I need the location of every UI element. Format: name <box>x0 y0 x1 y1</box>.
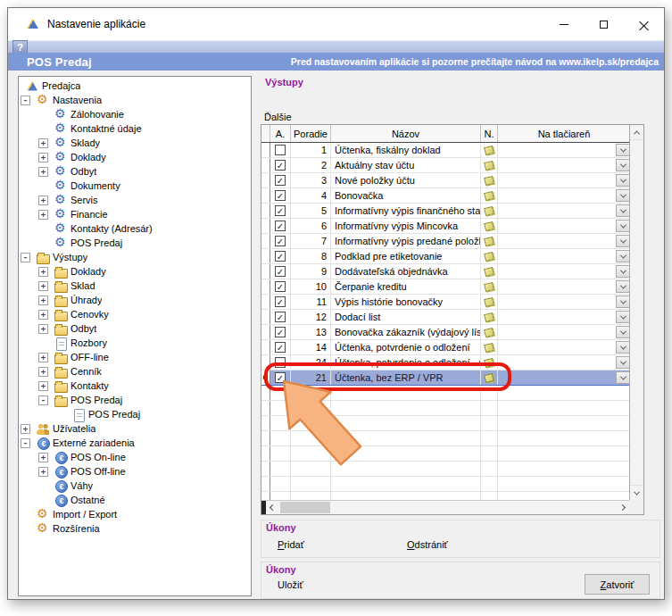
tree-item[interactable]: + POS Off-line <box>19 464 251 479</box>
tree-expander[interactable]: + <box>38 453 48 462</box>
tree-expander[interactable]: + <box>38 167 48 177</box>
tree-expander[interactable]: + <box>38 153 48 162</box>
table-row[interactable]: ✓ 9 Dodávateľská objednávka <box>261 264 629 279</box>
maximize-button[interactable] <box>584 8 624 40</box>
checkbox[interactable]: ✓ <box>275 327 286 337</box>
tree-item[interactable]: + OFF-line <box>19 350 251 364</box>
printer-cell[interactable] <box>498 249 629 263</box>
printer-cell[interactable] <box>498 234 629 248</box>
tree-item[interactable]: Predajca <box>19 79 251 93</box>
active-cell[interactable]: ✓ <box>270 219 291 233</box>
tree-item[interactable]: + Doklady <box>19 264 251 279</box>
tree-item[interactable]: Zálohovanie <box>19 107 251 121</box>
table-row[interactable]: ✓ 13 Bonovačka zákazník (výdajový lís <box>261 325 629 340</box>
tree-item[interactable]: Import / Export <box>19 507 251 521</box>
checkbox[interactable]: ✓ <box>275 236 286 246</box>
checkbox[interactable]: ✓ <box>275 281 286 292</box>
tree-expander[interactable]: + <box>21 424 30 434</box>
checkbox[interactable]: ✓ <box>275 342 286 353</box>
table-row[interactable]: ✓ 3 Nové položky účtu <box>261 173 629 188</box>
printer-dropdown-button[interactable] <box>616 296 629 308</box>
tree-expander[interactable]: + <box>38 353 48 362</box>
table-row[interactable]: ✓ 7 Informatívny výpis predané položk <box>261 234 629 249</box>
printer-cell[interactable] <box>498 158 629 172</box>
printer-dropdown-button[interactable] <box>616 220 629 232</box>
active-cell[interactable]: ✓ <box>270 234 291 248</box>
tree-item[interactable]: + Financie <box>19 207 251 221</box>
table-row[interactable]: ► ✓ 21 Účtenka, bez ERP / VPR <box>261 370 629 386</box>
tree-expander[interactable]: + <box>38 467 48 477</box>
checkbox[interactable] <box>275 357 286 368</box>
active-cell[interactable]: ✓ <box>270 158 291 172</box>
close-button[interactable] <box>624 8 664 40</box>
printer-cell[interactable] <box>498 310 629 324</box>
printer-cell[interactable] <box>498 188 629 203</box>
tree-expander[interactable]: + <box>38 138 48 148</box>
printer-dropdown-button[interactable] <box>616 341 629 354</box>
tree-item[interactable]: POS Predaj <box>19 407 251 421</box>
tree-item[interactable]: Kontakty (Adresár) <box>19 221 251 236</box>
printer-cell[interactable] <box>498 370 629 385</box>
printer-dropdown-button[interactable] <box>616 144 629 156</box>
table-row[interactable]: 24 Účtenka, potvrdenie o odložení - r <box>261 355 629 370</box>
printer-dropdown-button[interactable] <box>616 189 629 202</box>
active-cell[interactable]: ✓ <box>270 310 291 324</box>
add-button[interactable]: Pridať <box>278 539 304 550</box>
tree-expander[interactable]: + <box>38 267 48 277</box>
tree-item[interactable]: + Sklad <box>19 279 251 293</box>
checkbox[interactable]: ✓ <box>275 160 286 171</box>
save-button[interactable]: Uložiť <box>278 579 303 590</box>
table-row[interactable]: ✓ 12 Dodací list <box>261 310 629 325</box>
printer-cell[interactable] <box>498 264 629 279</box>
tree-expander[interactable]: - <box>21 253 30 262</box>
checkbox[interactable]: ✓ <box>275 372 286 383</box>
active-cell[interactable]: ✓ <box>270 173 291 187</box>
tree-item[interactable]: + Cenovky <box>19 307 251 321</box>
checkbox[interactable]: ✓ <box>275 221 286 231</box>
tree-expander[interactable]: + <box>38 324 48 334</box>
checkbox[interactable]: ✓ <box>275 205 286 216</box>
horizontal-scrollbar[interactable] <box>261 500 629 514</box>
tree-expander[interactable]: - <box>21 96 30 105</box>
active-cell[interactable]: ✓ <box>270 340 291 354</box>
printer-dropdown-button[interactable] <box>616 280 629 293</box>
col-printer[interactable]: Na tlačiareň <box>498 125 629 142</box>
tree-expander[interactable]: + <box>38 367 48 377</box>
printer-cell[interactable] <box>498 219 629 233</box>
active-cell[interactable]: ✓ <box>270 188 291 203</box>
minimize-button[interactable] <box>543 8 584 40</box>
table-row[interactable]: ✓ 2 Aktuálny stav účtu <box>261 158 629 173</box>
col-active[interactable]: A. <box>270 125 291 142</box>
col-order[interactable]: Poradie <box>291 125 331 142</box>
close-dialog-button[interactable]: Zatvoriť <box>585 574 650 595</box>
printer-cell[interactable] <box>498 295 629 309</box>
active-cell[interactable]: ✓ <box>270 264 291 279</box>
printer-cell[interactable] <box>498 204 629 218</box>
table-row[interactable]: ✓ 6 Informatívny výpis Mincovka <box>261 219 629 234</box>
scrollbar-thumb[interactable] <box>280 502 330 513</box>
printer-dropdown-button[interactable] <box>616 326 629 338</box>
printer-dropdown-button[interactable] <box>616 311 629 323</box>
tree-expander[interactable]: - <box>21 438 30 448</box>
tree-item[interactable]: + Úhrady <box>19 293 251 307</box>
tree-item[interactable]: - Externé zariadenia <box>19 436 251 450</box>
tree-expander[interactable]: + <box>38 381 48 391</box>
active-cell[interactable]: ✓ <box>270 249 291 263</box>
table-row[interactable]: ✓ 10 Čerpanie kreditu <box>261 279 629 295</box>
tree-item[interactable]: Váhy <box>19 479 251 493</box>
tree-item[interactable]: - Výstupy <box>19 250 251 264</box>
table-row[interactable]: ✓ 8 Podklad pre etiketovanie <box>261 249 629 264</box>
table-row[interactable]: ✓ 14 Účtenka, potvrdenie o odložení <box>261 340 629 355</box>
tree-item[interactable]: - POS Predaj <box>19 393 251 407</box>
printer-dropdown-button[interactable] <box>616 371 629 384</box>
tree-item[interactable]: + Doklady <box>19 150 251 164</box>
printer-cell[interactable] <box>498 143 629 157</box>
tree-item[interactable]: Rozšírenia <box>19 521 251 536</box>
active-cell[interactable]: ✓ <box>270 279 291 294</box>
tree-expander[interactable]: + <box>38 296 48 305</box>
checkbox[interactable]: ✓ <box>275 251 286 262</box>
table-row[interactable]: 1 Účtenka, fiskálny doklad <box>261 143 629 158</box>
remove-button[interactable]: Odstrániť <box>407 539 448 550</box>
tree-expander[interactable]: + <box>38 196 48 205</box>
active-cell[interactable]: ✓ <box>270 325 291 339</box>
